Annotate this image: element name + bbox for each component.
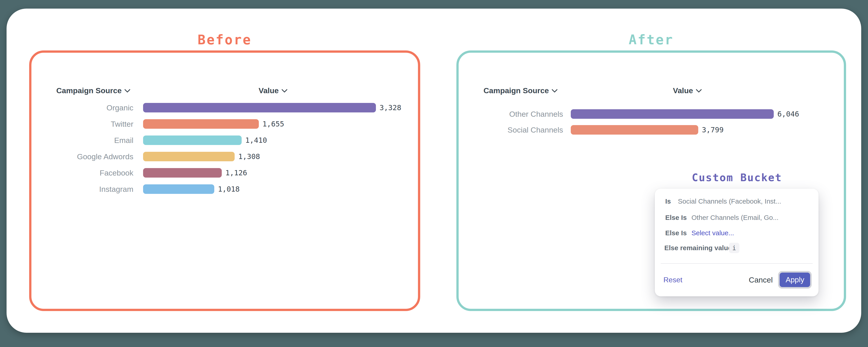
row-label: Email — [56, 136, 133, 145]
condition-value[interactable]: Social Channels (Facebook, Inst... — [678, 198, 781, 205]
before-measure-header[interactable]: Value — [239, 86, 307, 95]
row-value: 1,655 — [262, 120, 284, 128]
table-row: Instagram1,018 — [56, 184, 401, 194]
value-bar[interactable] — [143, 168, 222, 178]
condition-label: Else remaining values — [664, 244, 736, 252]
screenshot-stage: Before After Campaign Source Value Campa… — [0, 0, 868, 347]
after-bar-rows: Other Channels6,046Social Channels3,799 — [484, 109, 799, 141]
row-value: 1,018 — [218, 185, 240, 194]
dialog-footer: Reset Cancel Apply — [655, 266, 818, 293]
apply-button-focus-ring: Apply — [778, 271, 812, 289]
condition-label: Else Is — [665, 229, 687, 237]
table-row: Email1,410 — [56, 136, 401, 145]
chevron-down-icon[interactable] — [552, 86, 558, 92]
row-value: 1,308 — [238, 152, 260, 161]
cancel-button[interactable]: Cancel — [749, 276, 773, 284]
custom-bucket-dialog: IsSocial Channels (Facebook, Inst...Else… — [655, 189, 818, 296]
table-row: Facebook1,126 — [56, 168, 401, 178]
info-icon[interactable]: i — [729, 243, 739, 253]
after-measure-header[interactable]: Value — [653, 86, 721, 95]
value-bar[interactable] — [143, 119, 259, 129]
value-bar[interactable] — [571, 109, 774, 119]
chevron-down-icon[interactable] — [696, 86, 702, 92]
before-title: Before — [29, 32, 420, 48]
table-row: Google Adwords1,308 — [56, 152, 401, 161]
before-bar-rows: Organic3,328Twitter1,655Email1,410Google… — [56, 103, 401, 201]
after-dimension-header-label: Campaign Source — [484, 86, 549, 95]
before-dimension-header[interactable]: Campaign Source — [56, 86, 129, 95]
row-label: Google Adwords — [56, 152, 133, 161]
condition-label: Else Is — [665, 214, 687, 222]
row-value: 1,126 — [225, 169, 247, 177]
value-bar[interactable] — [143, 184, 214, 194]
table-row: Organic3,328 — [56, 103, 401, 112]
chevron-down-icon[interactable] — [281, 86, 287, 92]
bucket-condition-row: Else IsSelect value... — [655, 228, 814, 238]
row-label: Instagram — [56, 185, 133, 194]
apply-button[interactable]: Apply — [780, 272, 810, 287]
bucket-condition-row: Else remaining valuesi — [655, 243, 814, 253]
row-label: Organic — [56, 104, 133, 112]
value-bar[interactable] — [143, 103, 376, 112]
after-measure-header-label: Value — [673, 86, 693, 95]
dialog-divider — [661, 263, 813, 264]
before-dimension-header-label: Campaign Source — [56, 86, 122, 95]
bucket-condition-row: Else IsOther Channels (Email, Go... — [655, 213, 814, 223]
main-card: Before After Campaign Source Value Campa… — [6, 8, 861, 333]
table-row: Twitter1,655 — [56, 119, 401, 129]
custom-bucket-title: Custom Bucket — [655, 171, 818, 184]
row-label: Other Channels — [484, 110, 563, 118]
condition-label: Is — [665, 198, 671, 205]
row-value: 1,410 — [245, 136, 267, 145]
value-bar[interactable] — [143, 152, 235, 161]
row-label: Facebook — [56, 169, 133, 177]
reset-button[interactable]: Reset — [663, 276, 682, 284]
row-label: Twitter — [56, 120, 133, 128]
condition-value[interactable]: Other Channels (Email, Go... — [691, 214, 778, 222]
bucket-condition-row: IsSocial Channels (Facebook, Inst... — [655, 196, 814, 206]
row-value: 6,046 — [777, 110, 799, 118]
value-bar[interactable] — [571, 125, 698, 135]
after-title: After — [456, 32, 846, 48]
table-row: Social Channels3,799 — [484, 125, 799, 135]
value-bar[interactable] — [143, 136, 242, 145]
select-value-link[interactable]: Select value... — [691, 229, 734, 237]
after-dimension-header[interactable]: Campaign Source — [484, 86, 557, 95]
chevron-down-icon[interactable] — [124, 86, 130, 92]
row-value: 3,799 — [702, 125, 723, 134]
row-label: Social Channels — [484, 125, 563, 134]
before-measure-header-label: Value — [258, 86, 279, 95]
table-row: Other Channels6,046 — [484, 109, 799, 119]
row-value: 3,328 — [379, 104, 401, 112]
